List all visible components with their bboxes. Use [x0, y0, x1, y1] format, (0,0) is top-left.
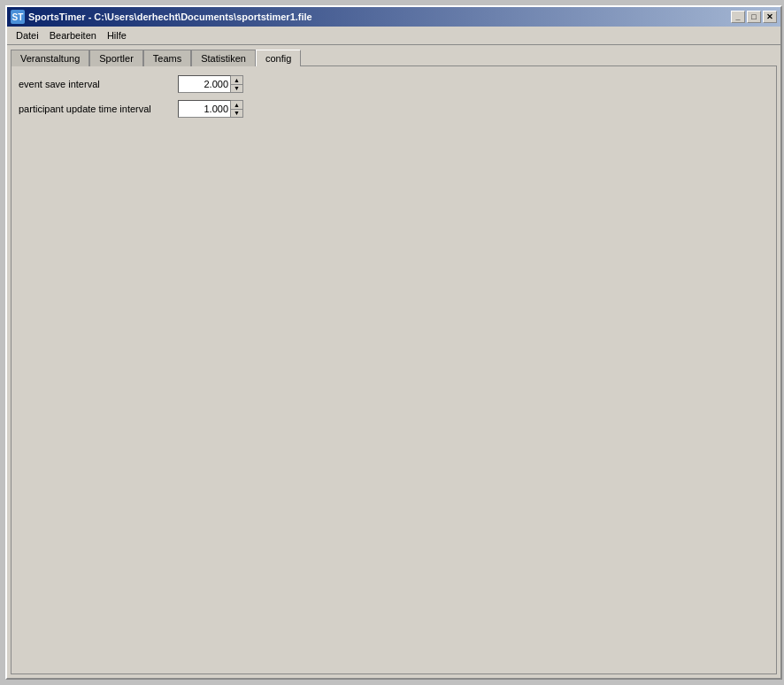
minimize-button[interactable]: _ — [731, 11, 745, 23]
tab-statistiken[interactable]: Statistiken — [191, 50, 256, 66]
content-area: Veranstaltung Sportler Teams Statistiken… — [7, 45, 780, 678]
app-icon: ST — [11, 10, 25, 24]
menu-bar: Datei Bearbeiten Hilfe — [7, 27, 780, 45]
participant-update-interval-input[interactable] — [178, 100, 231, 118]
event-save-interval-row: event save interval ▲ ▼ — [19, 75, 769, 93]
title-bar-left: ST SportsTimer - C:\Users\derhecht\Docum… — [11, 10, 312, 24]
title-bar-buttons: _ □ ✕ — [731, 11, 777, 23]
event-save-interval-spinner-buttons: ▲ ▼ — [231, 75, 243, 93]
window-title: SportsTimer - C:\Users\derhecht\Document… — [28, 12, 312, 22]
event-save-interval-up-button[interactable]: ▲ — [231, 76, 242, 85]
tab-sportler[interactable]: Sportler — [89, 50, 143, 66]
participant-update-interval-label: participant update time interval — [19, 104, 178, 114]
menu-item-bearbeiten[interactable]: Bearbeiten — [44, 28, 102, 42]
tab-teams[interactable]: Teams — [143, 50, 191, 66]
event-save-interval-input[interactable] — [178, 75, 231, 93]
event-save-interval-down-button[interactable]: ▼ — [231, 85, 242, 93]
title-bar: ST SportsTimer - C:\Users\derhecht\Docum… — [7, 7, 780, 27]
main-window: ST SportsTimer - C:\Users\derhecht\Docum… — [5, 5, 782, 680]
participant-update-interval-spinner-buttons: ▲ ▼ — [231, 100, 243, 118]
menu-item-datei[interactable]: Datei — [11, 28, 44, 42]
participant-update-interval-row: participant update time interval ▲ ▼ — [19, 100, 769, 118]
participant-update-interval-spinner: ▲ ▼ — [178, 100, 243, 118]
event-save-interval-spinner: ▲ ▼ — [178, 75, 243, 93]
tab-bar: Veranstaltung Sportler Teams Statistiken… — [11, 49, 777, 65]
tab-panel-config: event save interval ▲ ▼ participant upda… — [11, 65, 777, 674]
tab-veranstaltung[interactable]: Veranstaltung — [11, 50, 89, 66]
menu-item-hilfe[interactable]: Hilfe — [102, 28, 132, 42]
participant-update-interval-down-button[interactable]: ▼ — [231, 110, 242, 118]
maximize-button[interactable]: □ — [747, 11, 761, 23]
tab-config[interactable]: config — [256, 50, 301, 66]
close-button[interactable]: ✕ — [763, 11, 777, 23]
event-save-interval-label: event save interval — [19, 79, 178, 89]
participant-update-interval-up-button[interactable]: ▲ — [231, 101, 242, 110]
